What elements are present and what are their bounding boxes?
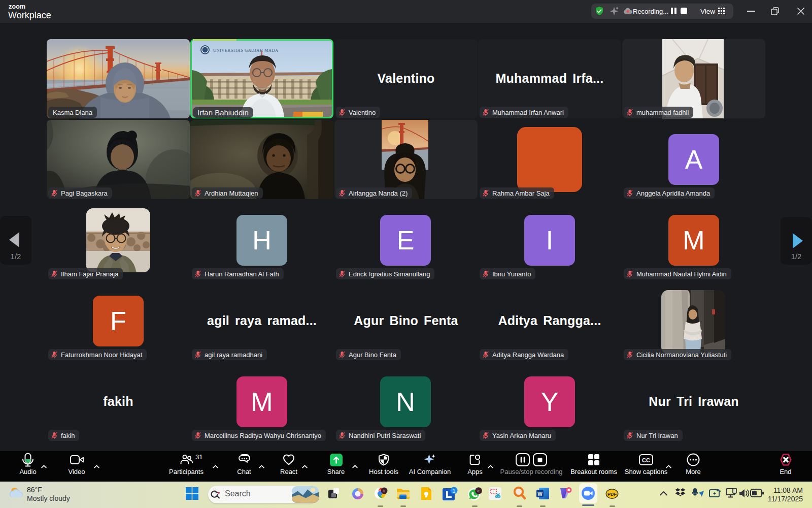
- svg-text:W: W: [537, 491, 543, 497]
- svg-text:1: 1: [453, 488, 456, 494]
- svg-text:UNIVERSITAS GADJAH MADA: UNIVERSITAS GADJAH MADA: [213, 48, 279, 53]
- svg-text:PDF: PDF: [607, 492, 617, 497]
- svg-text:CC: CC: [642, 457, 650, 463]
